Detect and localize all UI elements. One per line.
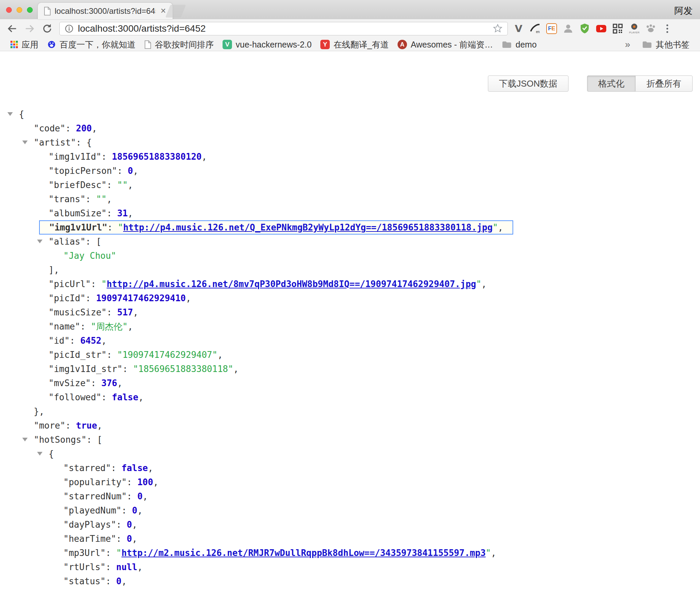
bookmark-label: 在线翻译_有道	[333, 39, 389, 50]
json-line: "mp3Url": "http://m2.music.126.net/RMJR7…	[0, 546, 700, 560]
page-icon	[144, 40, 151, 49]
json-line-text: "albumSize": 31,	[49, 206, 133, 220]
browser-menu-icon[interactable]	[661, 23, 673, 35]
json-token: 31	[117, 208, 128, 218]
tab-title: localhost:3000/artists?id=645	[55, 6, 156, 16]
json-token: ,	[137, 505, 143, 516]
json-line: "picId_str": "19097417462929407",	[0, 348, 700, 362]
collapse-all-button[interactable]: 折叠所有	[635, 75, 693, 92]
json-line: "mvSize": 376,	[0, 376, 700, 390]
json-line-text: "trans": "",	[49, 192, 112, 206]
json-token: ,	[217, 350, 223, 360]
page-content: 下载JSON数据 格式化 折叠所有 {"code": 200,"artist":…	[0, 51, 700, 591]
json-line-text: "img1v1Id_str": "18569651883380118",	[49, 362, 239, 376]
bookmark-vue-hackernews[interactable]: V vue-hackernews-2.0	[218, 38, 316, 51]
json-line-text: "picId_str": "19097417462929407",	[49, 348, 223, 362]
json-token: "musicSize"	[49, 307, 107, 317]
page-info-icon[interactable]	[64, 24, 74, 33]
bookmark-baidu[interactable]: 百度一下，你就知道	[43, 38, 140, 51]
fehelper-icon[interactable]: FE	[546, 23, 558, 35]
paw-icon[interactable]	[645, 23, 657, 35]
json-token: "picId_str"	[49, 350, 107, 360]
json-line-text: "code": 200,	[34, 121, 97, 135]
bookmark-star-icon[interactable]	[493, 24, 503, 34]
reload-button[interactable]	[39, 21, 55, 37]
youtube-icon[interactable]	[595, 23, 607, 35]
json-url-link[interactable]: http://m2.music.126.net/RMJR7wDullRqppBk…	[121, 548, 486, 558]
json-line-text: },	[34, 404, 44, 418]
url-text[interactable]: localhost:3000/artists?id=6452	[78, 23, 489, 34]
collapse-toggle-icon[interactable]	[22, 438, 28, 441]
bookmark-label: demo	[516, 40, 537, 50]
json-line: "name": "周杰伦",	[0, 319, 700, 334]
json-token: : [	[86, 237, 101, 247]
youdao-dict-icon[interactable]: en	[529, 23, 541, 35]
collapse-toggle-icon[interactable]	[37, 240, 42, 243]
view-mode-switch: 格式化 折叠所有	[587, 75, 693, 92]
collapse-toggle-icon[interactable]	[22, 141, 28, 144]
json-url-link[interactable]: http://p4.music.126.net/Q_ExePNkmgB2yWyL…	[123, 222, 493, 232]
json-token: "more"	[34, 421, 65, 431]
json-token: :	[86, 293, 96, 303]
json-token: {	[19, 109, 24, 119]
tab-strip: localhost:3000/artists?id=645 × 阿发	[0, 0, 700, 19]
download-json-button[interactable]: 下载JSON数据	[488, 75, 568, 92]
profile-name[interactable]: 阿发	[674, 5, 693, 17]
bookmark-folder-demo[interactable]: demo	[497, 38, 541, 51]
json-token: "img1v1Id"	[49, 152, 101, 162]
baidu-icon	[47, 40, 56, 49]
apps-shortcut[interactable]: 应用	[6, 38, 43, 51]
json-token: :	[116, 520, 127, 530]
json-token: :	[86, 194, 96, 204]
json-token: :	[107, 208, 117, 218]
url-input[interactable]: localhost:3000/artists?id=6452	[59, 22, 508, 35]
awesomes-icon: A	[398, 40, 407, 49]
json-line-text: "copyFrom": "",	[63, 588, 143, 591]
json-token: "starredNum"	[63, 491, 127, 501]
json-token: 517	[117, 307, 133, 317]
zoom-window-button[interactable]	[27, 7, 33, 13]
qrcode-icon[interactable]	[612, 23, 624, 35]
json-token: ,	[133, 166, 138, 176]
bookmark-youdao-translate[interactable]: Y 在线翻译_有道	[316, 38, 393, 51]
json-token: "name"	[49, 321, 80, 332]
minimize-window-button[interactable]	[17, 7, 22, 13]
forward-button[interactable]	[22, 21, 38, 37]
format-button[interactable]: 格式化	[587, 75, 636, 92]
json-token: "hearTime"	[63, 534, 116, 544]
bookmark-awesomes[interactable]: A Awesomes - 前端资…	[393, 38, 497, 51]
bookmarks-overflow-icon[interactable]: »	[620, 39, 635, 50]
vimium-icon[interactable]: V	[513, 23, 525, 35]
json-line-text: {	[19, 107, 24, 121]
json-line: "status": 0,	[0, 574, 700, 588]
json-token: "briefDesc"	[49, 180, 107, 190]
json-token: :	[106, 562, 116, 572]
adguard-shield-icon[interactable]	[579, 23, 591, 35]
json-token: ,	[128, 208, 133, 218]
player-icon[interactable]: PLAYER	[628, 23, 640, 35]
navigation-bar: localhost:3000/artists?id=6452 V en FE	[0, 19, 700, 38]
json-token: "status"	[63, 576, 106, 586]
tab-close-icon[interactable]: ×	[160, 6, 167, 15]
apps-grid-icon	[10, 41, 18, 48]
close-window-button[interactable]	[6, 7, 12, 13]
json-line: "briefDesc": "",	[0, 178, 700, 192]
collapse-toggle-icon[interactable]	[37, 452, 42, 456]
back-button[interactable]	[4, 21, 20, 37]
json-line: "rtUrls": null,	[0, 560, 700, 574]
user-icon[interactable]	[562, 23, 574, 35]
json-line: "img1v1Id_str": "18569651883380118",	[0, 362, 700, 376]
json-token: ,	[132, 520, 138, 530]
bookmark-google-sort[interactable]: 谷歌按时间排序	[140, 38, 218, 51]
json-token: "	[493, 222, 498, 232]
collapse-toggle-icon[interactable]	[7, 112, 13, 116]
browser-tab[interactable]: localhost:3000/artists?id=645 ×	[38, 3, 173, 19]
json-token: ,	[153, 477, 158, 487]
json-token: 0	[137, 491, 143, 501]
youdao-icon: Y	[320, 40, 330, 49]
json-token: :	[127, 491, 137, 501]
other-bookmarks-folder[interactable]: 其他书签	[638, 39, 694, 50]
json-token: :	[106, 548, 116, 558]
json-url-link[interactable]: http://p4.music.126.net/8mv7qP30Pd3oHW8b…	[107, 279, 476, 289]
bookmarks-bar: 应用 百度一下，你就知道 谷歌按时间排序 V vue-hackernews-2.…	[0, 38, 700, 51]
